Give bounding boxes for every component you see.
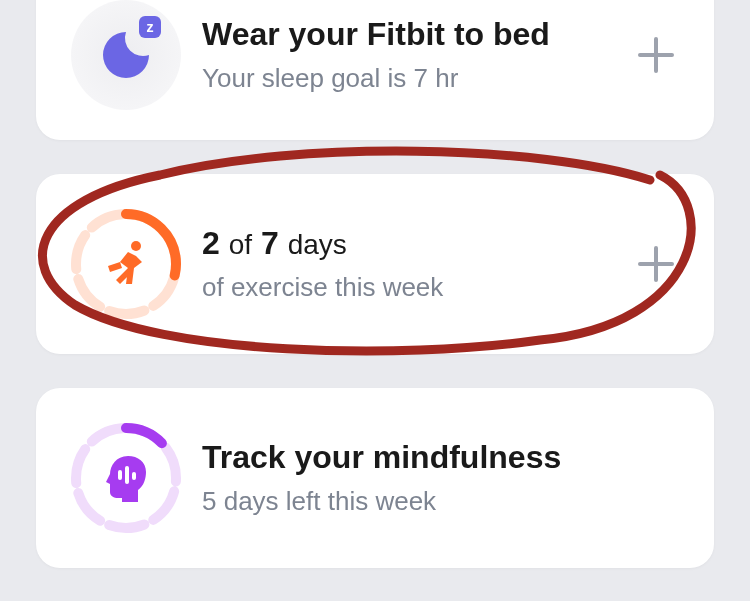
running-icon (98, 236, 154, 292)
head-mind-icon (98, 450, 154, 506)
mindfulness-card[interactable]: Track your mindfulness 5 days left this … (36, 388, 714, 568)
sleep-text: Wear your Fitbit to bed Your sleep goal … (186, 14, 626, 96)
exercise-text: 2 of 7 days of exercise this week (186, 223, 626, 305)
plus-icon (634, 242, 678, 286)
exercise-current: 2 (202, 225, 220, 261)
add-sleep-button[interactable] (626, 33, 686, 77)
exercise-subtitle: of exercise this week (202, 271, 626, 305)
plus-icon (634, 33, 678, 77)
moon-z-icon: z (71, 0, 181, 110)
exercise-of: of (229, 229, 252, 260)
exercise-progress-ring (66, 204, 186, 324)
exercise-icon-container (66, 204, 186, 324)
exercise-unit: days (288, 229, 347, 260)
svg-rect-9 (118, 470, 122, 480)
exercise-total: 7 (261, 225, 279, 261)
mindfulness-title: Track your mindfulness (202, 437, 626, 477)
sleep-title: Wear your Fitbit to bed (202, 14, 626, 54)
sleep-card[interactable]: z Wear your Fitbit to bed Your sleep goa… (36, 0, 714, 140)
mindfulness-subtitle: 5 days left this week (202, 485, 626, 519)
mindfulness-text: Track your mindfulness 5 days left this … (186, 437, 626, 519)
sleep-subtitle: Your sleep goal is 7 hr (202, 62, 626, 96)
z-badge: z (139, 16, 161, 38)
mindfulness-progress-ring (66, 418, 186, 538)
add-exercise-button[interactable] (626, 242, 686, 286)
exercise-title: 2 of 7 days (202, 223, 626, 263)
exercise-card[interactable]: 2 of 7 days of exercise this week (36, 174, 714, 354)
sleep-icon-container: z (66, 0, 186, 110)
svg-point-4 (131, 241, 141, 251)
mindfulness-icon-container (66, 418, 186, 538)
svg-rect-11 (132, 472, 136, 480)
svg-rect-10 (125, 466, 129, 484)
